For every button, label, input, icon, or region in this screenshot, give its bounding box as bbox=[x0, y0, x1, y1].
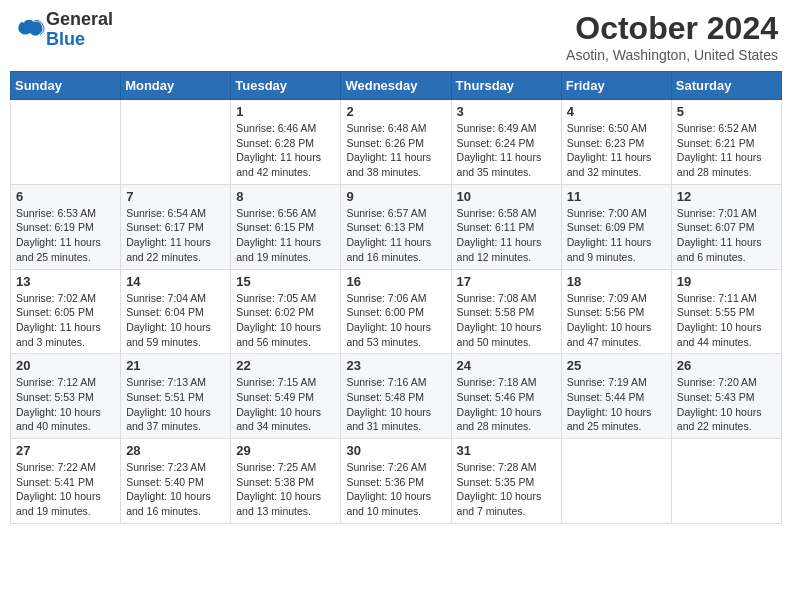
calendar-cell bbox=[11, 100, 121, 185]
day-info: Sunrise: 7:08 AM Sunset: 5:58 PM Dayligh… bbox=[457, 291, 556, 350]
calendar-cell: 28Sunrise: 7:23 AM Sunset: 5:40 PM Dayli… bbox=[121, 439, 231, 524]
calendar-cell: 24Sunrise: 7:18 AM Sunset: 5:46 PM Dayli… bbox=[451, 354, 561, 439]
day-info: Sunrise: 7:11 AM Sunset: 5:55 PM Dayligh… bbox=[677, 291, 776, 350]
day-number: 24 bbox=[457, 358, 556, 373]
calendar-cell: 20Sunrise: 7:12 AM Sunset: 5:53 PM Dayli… bbox=[11, 354, 121, 439]
calendar-header-row: SundayMondayTuesdayWednesdayThursdayFrid… bbox=[11, 72, 782, 100]
day-info: Sunrise: 6:56 AM Sunset: 6:15 PM Dayligh… bbox=[236, 206, 335, 265]
calendar-cell: 17Sunrise: 7:08 AM Sunset: 5:58 PM Dayli… bbox=[451, 269, 561, 354]
location: Asotin, Washington, United States bbox=[566, 47, 778, 63]
calendar-cell: 23Sunrise: 7:16 AM Sunset: 5:48 PM Dayli… bbox=[341, 354, 451, 439]
calendar-week-row: 6Sunrise: 6:53 AM Sunset: 6:19 PM Daylig… bbox=[11, 184, 782, 269]
calendar-cell: 14Sunrise: 7:04 AM Sunset: 6:04 PM Dayli… bbox=[121, 269, 231, 354]
title-area: October 2024 Asotin, Washington, United … bbox=[566, 10, 778, 63]
day-number: 27 bbox=[16, 443, 115, 458]
day-info: Sunrise: 7:04 AM Sunset: 6:04 PM Dayligh… bbox=[126, 291, 225, 350]
day-header-friday: Friday bbox=[561, 72, 671, 100]
day-number: 9 bbox=[346, 189, 445, 204]
day-number: 6 bbox=[16, 189, 115, 204]
calendar-cell: 9Sunrise: 6:57 AM Sunset: 6:13 PM Daylig… bbox=[341, 184, 451, 269]
day-number: 7 bbox=[126, 189, 225, 204]
calendar-cell: 3Sunrise: 6:49 AM Sunset: 6:24 PM Daylig… bbox=[451, 100, 561, 185]
calendar-cell: 21Sunrise: 7:13 AM Sunset: 5:51 PM Dayli… bbox=[121, 354, 231, 439]
day-info: Sunrise: 6:46 AM Sunset: 6:28 PM Dayligh… bbox=[236, 121, 335, 180]
calendar-cell: 5Sunrise: 6:52 AM Sunset: 6:21 PM Daylig… bbox=[671, 100, 781, 185]
day-number: 21 bbox=[126, 358, 225, 373]
day-info: Sunrise: 7:26 AM Sunset: 5:36 PM Dayligh… bbox=[346, 460, 445, 519]
calendar-cell: 12Sunrise: 7:01 AM Sunset: 6:07 PM Dayli… bbox=[671, 184, 781, 269]
logo-text: General Blue bbox=[46, 10, 113, 50]
day-info: Sunrise: 6:53 AM Sunset: 6:19 PM Dayligh… bbox=[16, 206, 115, 265]
day-info: Sunrise: 7:28 AM Sunset: 5:35 PM Dayligh… bbox=[457, 460, 556, 519]
day-header-saturday: Saturday bbox=[671, 72, 781, 100]
day-info: Sunrise: 7:16 AM Sunset: 5:48 PM Dayligh… bbox=[346, 375, 445, 434]
calendar-week-row: 1Sunrise: 6:46 AM Sunset: 6:28 PM Daylig… bbox=[11, 100, 782, 185]
day-number: 22 bbox=[236, 358, 335, 373]
day-number: 31 bbox=[457, 443, 556, 458]
day-header-monday: Monday bbox=[121, 72, 231, 100]
day-header-tuesday: Tuesday bbox=[231, 72, 341, 100]
calendar-cell bbox=[121, 100, 231, 185]
calendar-cell: 22Sunrise: 7:15 AM Sunset: 5:49 PM Dayli… bbox=[231, 354, 341, 439]
calendar-cell: 10Sunrise: 6:58 AM Sunset: 6:11 PM Dayli… bbox=[451, 184, 561, 269]
calendar-cell: 18Sunrise: 7:09 AM Sunset: 5:56 PM Dayli… bbox=[561, 269, 671, 354]
calendar-cell: 27Sunrise: 7:22 AM Sunset: 5:41 PM Dayli… bbox=[11, 439, 121, 524]
day-number: 25 bbox=[567, 358, 666, 373]
day-number: 16 bbox=[346, 274, 445, 289]
day-number: 4 bbox=[567, 104, 666, 119]
calendar-table: SundayMondayTuesdayWednesdayThursdayFrid… bbox=[10, 71, 782, 524]
calendar-cell: 4Sunrise: 6:50 AM Sunset: 6:23 PM Daylig… bbox=[561, 100, 671, 185]
day-number: 20 bbox=[16, 358, 115, 373]
day-number: 18 bbox=[567, 274, 666, 289]
day-info: Sunrise: 6:52 AM Sunset: 6:21 PM Dayligh… bbox=[677, 121, 776, 180]
day-info: Sunrise: 7:18 AM Sunset: 5:46 PM Dayligh… bbox=[457, 375, 556, 434]
calendar-cell: 26Sunrise: 7:20 AM Sunset: 5:43 PM Dayli… bbox=[671, 354, 781, 439]
day-info: Sunrise: 7:00 AM Sunset: 6:09 PM Dayligh… bbox=[567, 206, 666, 265]
day-info: Sunrise: 6:57 AM Sunset: 6:13 PM Dayligh… bbox=[346, 206, 445, 265]
calendar-cell: 1Sunrise: 6:46 AM Sunset: 6:28 PM Daylig… bbox=[231, 100, 341, 185]
day-info: Sunrise: 6:48 AM Sunset: 6:26 PM Dayligh… bbox=[346, 121, 445, 180]
logo-icon bbox=[16, 15, 46, 45]
day-header-thursday: Thursday bbox=[451, 72, 561, 100]
calendar-cell: 31Sunrise: 7:28 AM Sunset: 5:35 PM Dayli… bbox=[451, 439, 561, 524]
day-info: Sunrise: 7:05 AM Sunset: 6:02 PM Dayligh… bbox=[236, 291, 335, 350]
calendar-cell: 7Sunrise: 6:54 AM Sunset: 6:17 PM Daylig… bbox=[121, 184, 231, 269]
day-number: 26 bbox=[677, 358, 776, 373]
calendar-cell: 16Sunrise: 7:06 AM Sunset: 6:00 PM Dayli… bbox=[341, 269, 451, 354]
calendar-cell: 11Sunrise: 7:00 AM Sunset: 6:09 PM Dayli… bbox=[561, 184, 671, 269]
day-number: 19 bbox=[677, 274, 776, 289]
page-header: General Blue October 2024 Asotin, Washin… bbox=[10, 10, 782, 63]
calendar-cell: 29Sunrise: 7:25 AM Sunset: 5:38 PM Dayli… bbox=[231, 439, 341, 524]
day-number: 28 bbox=[126, 443, 225, 458]
day-number: 13 bbox=[16, 274, 115, 289]
calendar-cell: 19Sunrise: 7:11 AM Sunset: 5:55 PM Dayli… bbox=[671, 269, 781, 354]
day-info: Sunrise: 7:20 AM Sunset: 5:43 PM Dayligh… bbox=[677, 375, 776, 434]
day-info: Sunrise: 7:23 AM Sunset: 5:40 PM Dayligh… bbox=[126, 460, 225, 519]
day-number: 17 bbox=[457, 274, 556, 289]
day-info: Sunrise: 7:25 AM Sunset: 5:38 PM Dayligh… bbox=[236, 460, 335, 519]
day-number: 29 bbox=[236, 443, 335, 458]
logo: General Blue bbox=[14, 10, 113, 50]
day-number: 5 bbox=[677, 104, 776, 119]
month-title: October 2024 bbox=[566, 10, 778, 47]
calendar-body: 1Sunrise: 6:46 AM Sunset: 6:28 PM Daylig… bbox=[11, 100, 782, 524]
day-info: Sunrise: 7:06 AM Sunset: 6:00 PM Dayligh… bbox=[346, 291, 445, 350]
day-info: Sunrise: 7:02 AM Sunset: 6:05 PM Dayligh… bbox=[16, 291, 115, 350]
calendar-cell: 25Sunrise: 7:19 AM Sunset: 5:44 PM Dayli… bbox=[561, 354, 671, 439]
calendar-week-row: 20Sunrise: 7:12 AM Sunset: 5:53 PM Dayli… bbox=[11, 354, 782, 439]
logo-general-text: General bbox=[46, 10, 113, 30]
day-number: 1 bbox=[236, 104, 335, 119]
day-number: 11 bbox=[567, 189, 666, 204]
day-info: Sunrise: 6:54 AM Sunset: 6:17 PM Dayligh… bbox=[126, 206, 225, 265]
day-number: 2 bbox=[346, 104, 445, 119]
day-number: 12 bbox=[677, 189, 776, 204]
day-number: 3 bbox=[457, 104, 556, 119]
day-number: 30 bbox=[346, 443, 445, 458]
calendar-cell: 8Sunrise: 6:56 AM Sunset: 6:15 PM Daylig… bbox=[231, 184, 341, 269]
calendar-week-row: 27Sunrise: 7:22 AM Sunset: 5:41 PM Dayli… bbox=[11, 439, 782, 524]
day-number: 8 bbox=[236, 189, 335, 204]
day-info: Sunrise: 6:58 AM Sunset: 6:11 PM Dayligh… bbox=[457, 206, 556, 265]
calendar-cell bbox=[561, 439, 671, 524]
calendar-cell: 15Sunrise: 7:05 AM Sunset: 6:02 PM Dayli… bbox=[231, 269, 341, 354]
day-number: 23 bbox=[346, 358, 445, 373]
